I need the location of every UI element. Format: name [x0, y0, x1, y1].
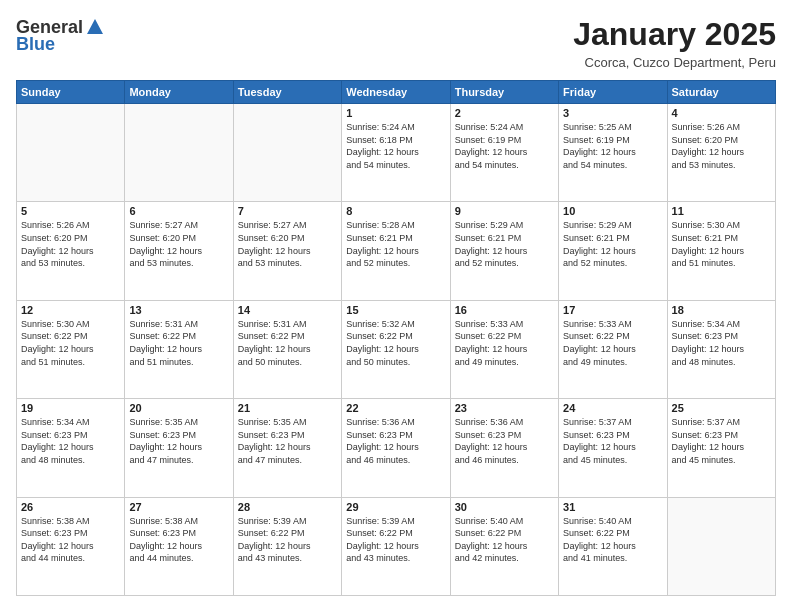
calendar-day-header: Saturday — [667, 81, 775, 104]
day-number: 21 — [238, 402, 337, 414]
day-info: Sunrise: 5:34 AM Sunset: 6:23 PM Dayligh… — [21, 416, 120, 466]
page: General Blue January 2025 Ccorca, Cuzco … — [0, 0, 792, 612]
calendar-cell: 29Sunrise: 5:39 AM Sunset: 6:22 PM Dayli… — [342, 497, 450, 595]
calendar-week-row: 1Sunrise: 5:24 AM Sunset: 6:18 PM Daylig… — [17, 104, 776, 202]
day-number: 5 — [21, 205, 120, 217]
day-info: Sunrise: 5:24 AM Sunset: 6:19 PM Dayligh… — [455, 121, 554, 171]
calendar-cell: 30Sunrise: 5:40 AM Sunset: 6:22 PM Dayli… — [450, 497, 558, 595]
day-info: Sunrise: 5:32 AM Sunset: 6:22 PM Dayligh… — [346, 318, 445, 368]
day-info: Sunrise: 5:37 AM Sunset: 6:23 PM Dayligh… — [563, 416, 662, 466]
day-info: Sunrise: 5:24 AM Sunset: 6:18 PM Dayligh… — [346, 121, 445, 171]
calendar-week-row: 26Sunrise: 5:38 AM Sunset: 6:23 PM Dayli… — [17, 497, 776, 595]
logo: General Blue — [16, 16, 107, 55]
day-number: 10 — [563, 205, 662, 217]
day-number: 20 — [129, 402, 228, 414]
calendar-cell: 10Sunrise: 5:29 AM Sunset: 6:21 PM Dayli… — [559, 202, 667, 300]
calendar-cell: 7Sunrise: 5:27 AM Sunset: 6:20 PM Daylig… — [233, 202, 341, 300]
day-info: Sunrise: 5:38 AM Sunset: 6:23 PM Dayligh… — [21, 515, 120, 565]
calendar-cell: 16Sunrise: 5:33 AM Sunset: 6:22 PM Dayli… — [450, 300, 558, 398]
day-number: 29 — [346, 501, 445, 513]
day-info: Sunrise: 5:31 AM Sunset: 6:22 PM Dayligh… — [238, 318, 337, 368]
day-info: Sunrise: 5:26 AM Sunset: 6:20 PM Dayligh… — [672, 121, 771, 171]
day-number: 26 — [21, 501, 120, 513]
calendar-cell: 22Sunrise: 5:36 AM Sunset: 6:23 PM Dayli… — [342, 399, 450, 497]
calendar-week-row: 12Sunrise: 5:30 AM Sunset: 6:22 PM Dayli… — [17, 300, 776, 398]
day-info: Sunrise: 5:34 AM Sunset: 6:23 PM Dayligh… — [672, 318, 771, 368]
calendar-cell: 5Sunrise: 5:26 AM Sunset: 6:20 PM Daylig… — [17, 202, 125, 300]
calendar-cell: 27Sunrise: 5:38 AM Sunset: 6:23 PM Dayli… — [125, 497, 233, 595]
calendar-cell: 1Sunrise: 5:24 AM Sunset: 6:18 PM Daylig… — [342, 104, 450, 202]
calendar-cell: 18Sunrise: 5:34 AM Sunset: 6:23 PM Dayli… — [667, 300, 775, 398]
calendar-week-row: 5Sunrise: 5:26 AM Sunset: 6:20 PM Daylig… — [17, 202, 776, 300]
day-number: 3 — [563, 107, 662, 119]
day-number: 7 — [238, 205, 337, 217]
calendar-cell: 6Sunrise: 5:27 AM Sunset: 6:20 PM Daylig… — [125, 202, 233, 300]
calendar-cell: 8Sunrise: 5:28 AM Sunset: 6:21 PM Daylig… — [342, 202, 450, 300]
day-number: 8 — [346, 205, 445, 217]
calendar-cell: 24Sunrise: 5:37 AM Sunset: 6:23 PM Dayli… — [559, 399, 667, 497]
calendar-cell: 4Sunrise: 5:26 AM Sunset: 6:20 PM Daylig… — [667, 104, 775, 202]
day-number: 24 — [563, 402, 662, 414]
day-number: 6 — [129, 205, 228, 217]
day-info: Sunrise: 5:26 AM Sunset: 6:20 PM Dayligh… — [21, 219, 120, 269]
calendar-cell: 21Sunrise: 5:35 AM Sunset: 6:23 PM Dayli… — [233, 399, 341, 497]
svg-marker-0 — [87, 19, 103, 34]
calendar-cell — [233, 104, 341, 202]
day-number: 12 — [21, 304, 120, 316]
day-info: Sunrise: 5:35 AM Sunset: 6:23 PM Dayligh… — [238, 416, 337, 466]
month-title: January 2025 — [573, 16, 776, 53]
day-info: Sunrise: 5:36 AM Sunset: 6:23 PM Dayligh… — [455, 416, 554, 466]
calendar-cell: 3Sunrise: 5:25 AM Sunset: 6:19 PM Daylig… — [559, 104, 667, 202]
calendar-cell: 28Sunrise: 5:39 AM Sunset: 6:22 PM Dayli… — [233, 497, 341, 595]
calendar-cell: 20Sunrise: 5:35 AM Sunset: 6:23 PM Dayli… — [125, 399, 233, 497]
calendar-cell: 13Sunrise: 5:31 AM Sunset: 6:22 PM Dayli… — [125, 300, 233, 398]
calendar-cell: 26Sunrise: 5:38 AM Sunset: 6:23 PM Dayli… — [17, 497, 125, 595]
logo-icon — [84, 16, 106, 38]
day-number: 23 — [455, 402, 554, 414]
day-info: Sunrise: 5:40 AM Sunset: 6:22 PM Dayligh… — [563, 515, 662, 565]
day-number: 25 — [672, 402, 771, 414]
day-info: Sunrise: 5:37 AM Sunset: 6:23 PM Dayligh… — [672, 416, 771, 466]
day-info: Sunrise: 5:33 AM Sunset: 6:22 PM Dayligh… — [563, 318, 662, 368]
logo-blue: Blue — [16, 34, 55, 55]
calendar-day-header: Monday — [125, 81, 233, 104]
day-info: Sunrise: 5:38 AM Sunset: 6:23 PM Dayligh… — [129, 515, 228, 565]
calendar-cell: 2Sunrise: 5:24 AM Sunset: 6:19 PM Daylig… — [450, 104, 558, 202]
day-number: 9 — [455, 205, 554, 217]
calendar-cell — [17, 104, 125, 202]
day-number: 22 — [346, 402, 445, 414]
day-number: 15 — [346, 304, 445, 316]
day-number: 17 — [563, 304, 662, 316]
location-subtitle: Ccorca, Cuzco Department, Peru — [573, 55, 776, 70]
title-block: January 2025 Ccorca, Cuzco Department, P… — [573, 16, 776, 70]
day-number: 19 — [21, 402, 120, 414]
day-number: 18 — [672, 304, 771, 316]
day-number: 31 — [563, 501, 662, 513]
calendar-cell: 15Sunrise: 5:32 AM Sunset: 6:22 PM Dayli… — [342, 300, 450, 398]
header: General Blue January 2025 Ccorca, Cuzco … — [16, 16, 776, 70]
day-info: Sunrise: 5:30 AM Sunset: 6:21 PM Dayligh… — [672, 219, 771, 269]
day-info: Sunrise: 5:30 AM Sunset: 6:22 PM Dayligh… — [21, 318, 120, 368]
calendar-cell: 31Sunrise: 5:40 AM Sunset: 6:22 PM Dayli… — [559, 497, 667, 595]
day-info: Sunrise: 5:39 AM Sunset: 6:22 PM Dayligh… — [238, 515, 337, 565]
day-info: Sunrise: 5:33 AM Sunset: 6:22 PM Dayligh… — [455, 318, 554, 368]
calendar-day-header: Friday — [559, 81, 667, 104]
calendar-cell: 19Sunrise: 5:34 AM Sunset: 6:23 PM Dayli… — [17, 399, 125, 497]
day-number: 30 — [455, 501, 554, 513]
day-info: Sunrise: 5:25 AM Sunset: 6:19 PM Dayligh… — [563, 121, 662, 171]
day-info: Sunrise: 5:35 AM Sunset: 6:23 PM Dayligh… — [129, 416, 228, 466]
calendar-day-header: Thursday — [450, 81, 558, 104]
day-number: 14 — [238, 304, 337, 316]
day-number: 1 — [346, 107, 445, 119]
calendar-header-row: SundayMondayTuesdayWednesdayThursdayFrid… — [17, 81, 776, 104]
calendar-cell: 9Sunrise: 5:29 AM Sunset: 6:21 PM Daylig… — [450, 202, 558, 300]
day-number: 2 — [455, 107, 554, 119]
calendar-cell: 17Sunrise: 5:33 AM Sunset: 6:22 PM Dayli… — [559, 300, 667, 398]
day-number: 28 — [238, 501, 337, 513]
day-info: Sunrise: 5:29 AM Sunset: 6:21 PM Dayligh… — [563, 219, 662, 269]
calendar-day-header: Wednesday — [342, 81, 450, 104]
day-info: Sunrise: 5:31 AM Sunset: 6:22 PM Dayligh… — [129, 318, 228, 368]
day-info: Sunrise: 5:27 AM Sunset: 6:20 PM Dayligh… — [238, 219, 337, 269]
calendar-day-header: Tuesday — [233, 81, 341, 104]
calendar-day-header: Sunday — [17, 81, 125, 104]
